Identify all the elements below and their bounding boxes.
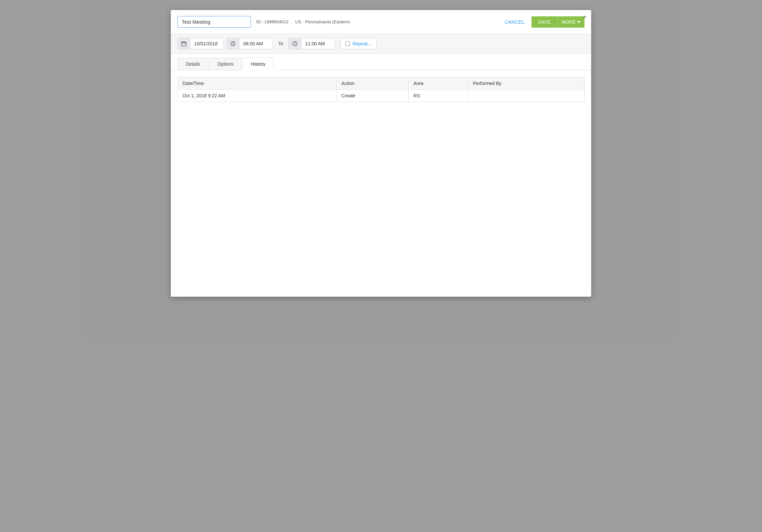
col-header-performed-by: Performed By	[468, 77, 585, 90]
save-more-group: SAVE MORE	[531, 16, 585, 28]
cell-area: RS	[409, 90, 468, 102]
cell-performed_by	[468, 90, 585, 102]
more-label: MORE	[562, 19, 576, 25]
tab-details[interactable]: Details	[177, 58, 209, 70]
date-value[interactable]: 10/01/2018	[190, 38, 224, 49]
meeting-meta: ID: -1999934012 US - Pennsylvania (Easte…	[256, 19, 350, 24]
meeting-modal: × ID: -1999934012 US - Pennsylvania (Eas…	[171, 10, 591, 297]
cell-action: Create	[337, 90, 409, 102]
cell-datetime: Oct 1, 2018 9:22 AM	[178, 90, 337, 102]
meeting-timezone: US - Pennsylvania (Eastern)	[295, 19, 350, 24]
repeat-checkbox[interactable]	[345, 41, 350, 46]
repeat-field: Repeat...	[340, 38, 377, 49]
chevron-down-icon	[577, 20, 581, 24]
clock-icon-start	[227, 38, 239, 49]
col-header-area: Area	[409, 77, 468, 90]
to-label: To	[276, 41, 286, 46]
modal-header: ID: -1999934012 US - Pennsylvania (Easte…	[171, 10, 591, 34]
svg-line-7	[233, 44, 234, 44]
cancel-button[interactable]: CANCEL	[501, 17, 529, 27]
start-time-value[interactable]: 08:00 AM	[239, 38, 273, 49]
close-button[interactable]: ×	[583, 14, 587, 20]
end-time-value[interactable]: 11:00 AM	[301, 38, 335, 49]
end-time-field: 11:00 AM	[289, 38, 335, 49]
content-area: Date/Time Action Area Performed By Oct 1…	[171, 70, 591, 109]
repeat-link[interactable]: Repeat...	[353, 41, 372, 46]
table-row: Oct 1, 2018 9:22 AMCreateRS	[178, 90, 585, 102]
tab-history[interactable]: History	[243, 58, 274, 70]
history-table: Date/Time Action Area Performed By Oct 1…	[177, 77, 585, 102]
save-button[interactable]: SAVE	[531, 16, 557, 28]
datetime-bar: 10/01/2018 08:00 AM To	[171, 34, 591, 54]
col-header-datetime: Date/Time	[178, 77, 337, 90]
col-header-action: Action	[337, 77, 409, 90]
meeting-id: ID: -1999934012	[256, 19, 289, 24]
modal-overlay: × ID: -1999934012 US - Pennsylvania (Eas…	[0, 0, 762, 532]
svg-rect-1	[181, 42, 186, 46]
tabs-bar: Details Options History	[171, 54, 591, 70]
start-time-field: 08:00 AM	[227, 38, 273, 49]
clock-icon-end	[289, 38, 301, 49]
calendar-icon	[178, 38, 190, 49]
meeting-title-input[interactable]	[177, 16, 251, 28]
date-field: 10/01/2018	[177, 38, 224, 49]
header-actions: CANCEL SAVE MORE	[501, 16, 585, 28]
svg-marker-0	[577, 21, 581, 23]
more-button[interactable]: MORE	[557, 16, 585, 28]
tab-options[interactable]: Options	[209, 58, 242, 70]
svg-line-10	[295, 44, 296, 44]
